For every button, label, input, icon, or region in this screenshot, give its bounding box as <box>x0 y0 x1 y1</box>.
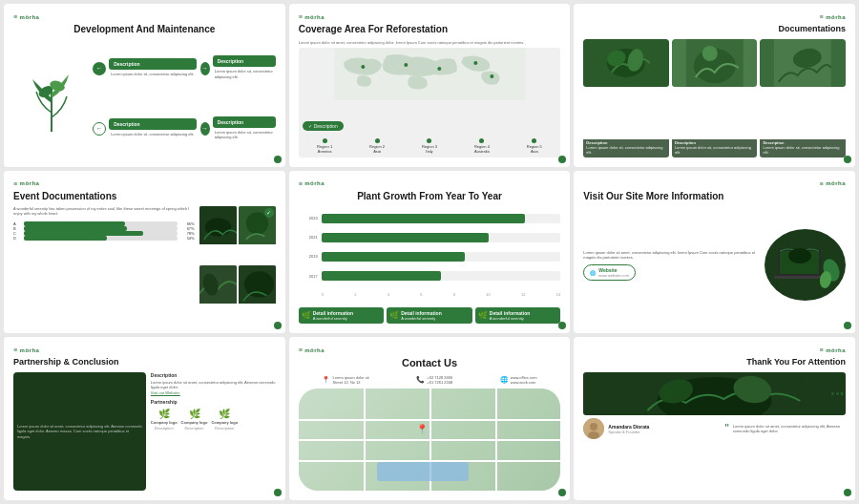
chart-row-2021: 2021 <box>299 233 561 242</box>
author-quote: Lorem ipsum dolor sit amet, consectetur … <box>733 424 846 433</box>
brand-logo-9: mörha <box>583 346 846 353</box>
green-dot-7 <box>274 489 282 496</box>
desc-row-2: → Description Lorem ipsum dolor sit, con… <box>200 55 276 80</box>
slide-documentations: mörha Documentations Description Lorem i… <box>574 4 855 167</box>
contact-info: 📍 Lorem ipsum dolor sit Street 12, No 12… <box>299 375 561 385</box>
doc-label-2: Description Lorem ipsum dolor sit, conse… <box>672 139 758 157</box>
contact-web: 🌐 www.office.com www.work.com <box>500 375 537 385</box>
brand-logo-6: mörha <box>583 180 846 187</box>
partner-logos: 🌿 Company logo Description 🌿 Company log… <box>151 409 276 430</box>
slide-partnership: mörha Partnership & Conclusion Lorem ips… <box>4 337 285 500</box>
chart-row-2023: 2023 <box>299 214 561 223</box>
slide-7-title: Partnership & Conclusion <box>13 357 276 368</box>
progress-bars: A 66% B 67% C 78% D 54% <box>13 221 195 241</box>
partner-left-text: Lorem ipsum dolor sit amet, consectetur … <box>17 424 142 440</box>
chart-area: 2023 2021 2019 2017 02468101214 <box>299 207 561 304</box>
region-4: Region 4 Australia <box>474 138 490 154</box>
tree-icon-3: 🌿 <box>219 409 230 419</box>
laptop-circle <box>765 229 846 301</box>
brand-logo-1: mörha <box>13 13 276 20</box>
doc-images: Description Lorem ipsum dolor sit, conse… <box>583 39 846 158</box>
desc-text-3: Lorem ipsum dolor sit, consectetur adipi… <box>109 130 196 138</box>
desc-box-3: Description <box>109 118 196 130</box>
author-role: Speake & Founder <box>608 430 721 434</box>
slide-growth: mörha Plant Growth From Year To Year 202… <box>289 171 571 334</box>
author-avatar <box>583 418 604 439</box>
slide-8-title: Contact Us <box>299 357 561 369</box>
slide-development: mörha Development And Maintenance ← Desc… <box>4 4 285 167</box>
green-dot-6 <box>844 322 851 329</box>
event-left: A wonderful serenity has taken possessio… <box>13 206 195 325</box>
slide-1-content: ← Description Lorem ipsum dolor sit, con… <box>13 40 276 158</box>
arrow-right-2[interactable]: → <box>200 122 210 136</box>
chart-axis: 02468101214 <box>299 292 561 297</box>
thankyou-image: THANKS <box>583 372 846 415</box>
detail-box-1: 🌿 Detail information A wonderful serenit… <box>299 307 385 324</box>
doc-label-3: Description Lorem ipsum dolor sit, conse… <box>760 139 846 157</box>
contact-phone: 📞 +62 7128 3466 +61 7261 2348 <box>416 375 452 385</box>
svg-rect-29 <box>774 276 826 279</box>
region-3: Region 3 Italy <box>422 138 437 154</box>
green-dot-1 <box>274 156 282 163</box>
side-text: THANKS <box>840 372 846 415</box>
slide-event: mörha Event Documentations A wonderful s… <box>4 171 285 334</box>
green-dot-9 <box>844 489 851 496</box>
svg-point-28 <box>788 248 811 263</box>
desc-text-1: Lorem ipsum dolor sit, consectetur adipi… <box>109 70 196 78</box>
green-dot-4 <box>274 322 282 329</box>
event-img-1 <box>199 206 237 264</box>
svg-point-8 <box>490 74 493 78</box>
globe-icon: 🌐 <box>590 270 596 276</box>
visit-link[interactable]: Visit our Website: <box>151 390 276 395</box>
brand-logo-5: mörha <box>299 180 561 187</box>
partner-desc: Lorem ipsum dolor sit amet, consectetur … <box>151 380 276 389</box>
leaf-icon-1: 🌿 <box>302 311 311 320</box>
tree-icon-2: 🌿 <box>189 409 200 419</box>
slide-coverage: mörha Coverage Area For Reforestation Lo… <box>289 4 571 167</box>
partner-content: Lorem ipsum dolor sit amet, consectetur … <box>13 372 276 491</box>
web-icon: 🌐 <box>500 376 509 384</box>
slide-1-title: Development And Maintenance <box>13 24 276 35</box>
green-dot-5 <box>558 322 566 329</box>
contact-address: 📍 Lorem ipsum dolor sit Street 12, No 12 <box>322 375 368 385</box>
desc-box-2: Description <box>213 55 276 67</box>
map-inner: 📍 <box>299 388 561 491</box>
brand-logo-4: mörha <box>13 180 276 187</box>
detail-box-3: 🌿 Detail information A wonderful serenit… <box>475 307 561 324</box>
logo-1: 🌿 Company logo Description <box>151 409 178 430</box>
brand-logo-3: mörha <box>583 13 846 20</box>
brand-logo-7: mörha <box>13 346 276 353</box>
detail-boxes: 🌿 Detail information A wonderful serenit… <box>299 307 561 324</box>
leaf-icon-3: 🌿 <box>478 311 488 320</box>
svg-point-4 <box>361 65 365 69</box>
arrow-right-1[interactable]: → <box>200 62 210 75</box>
chart-row-2019: 2019 <box>299 252 561 262</box>
event-body: A wonderful serenity has taken possessio… <box>13 206 195 216</box>
leaf-icon-2: 🌿 <box>389 311 399 320</box>
progress-d: D 54% <box>13 236 195 241</box>
green-dot-2 <box>558 156 566 163</box>
svg-point-24 <box>244 272 274 298</box>
svg-point-7 <box>473 61 477 65</box>
visit-left: Lorem ipsum dolor sit amet, consectetur … <box>583 250 760 281</box>
logo-2: 🌿 Company logo Description <box>181 409 208 430</box>
svg-point-6 <box>437 67 441 71</box>
map-container: 📍 <box>299 388 561 491</box>
website-btn[interactable]: 🌐 Website www.website.com <box>583 264 636 281</box>
desc-row-1: ← Description Lorem ipsum dolor sit, con… <box>93 58 196 78</box>
event-content: A wonderful serenity has taken possessio… <box>13 206 276 325</box>
arrow-left-2[interactable]: ← <box>93 122 106 136</box>
author-row: Amandara Diorata Speake & Founder " Lore… <box>583 418 846 439</box>
coverage-btn[interactable]: ✓ Description <box>303 121 344 131</box>
svg-point-5 <box>404 63 408 67</box>
desc-row-4: → Description Lorem ipsum dolor sit, con… <box>200 116 276 141</box>
detail-box-2: 🌿 Detail information A wonderful serenit… <box>387 307 472 324</box>
event-img-3 <box>199 265 237 324</box>
arrow-left-1[interactable]: ← <box>93 62 106 75</box>
region-1: Region 1 America <box>317 138 332 154</box>
visit-content: Lorem ipsum dolor sit amet, consectetur … <box>583 207 846 325</box>
desc-text-4: Lorem ipsum dolor sit, consectetur adipi… <box>213 128 276 141</box>
map-area: ✓ Description Region 1 America Region 2 … <box>299 48 561 157</box>
desc-box-4: Description <box>213 116 276 128</box>
desc-box-1: Description <box>109 58 196 70</box>
